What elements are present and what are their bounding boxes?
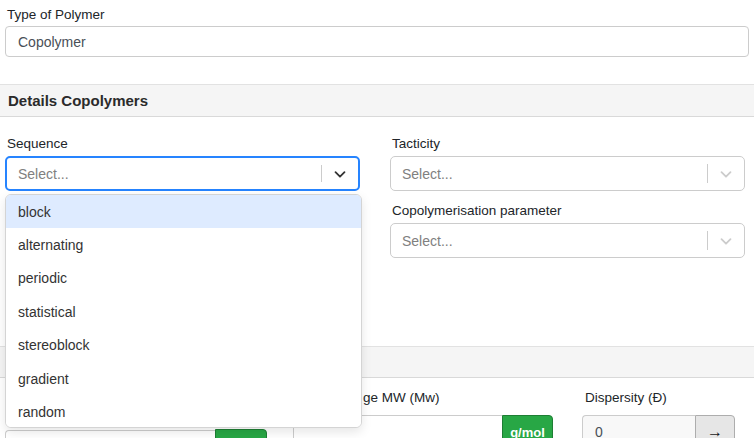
mn-value-input[interactable]	[5, 430, 215, 438]
dispersity-label: Dispersity (Đ)	[585, 390, 667, 406]
menu-option-random[interactable]: random	[6, 395, 361, 428]
menu-option-stereoblock[interactable]: stereoblock	[6, 329, 361, 362]
details-copolymers-section-header: Details Copolymers	[0, 84, 754, 117]
arrow-right-icon: →	[707, 423, 723, 438]
copolymerisation-parameter-select[interactable]: Select...	[390, 223, 745, 258]
chevron-down-icon[interactable]	[708, 232, 744, 250]
menu-option-statistical[interactable]: statistical	[6, 295, 361, 328]
type-of-polymer-input[interactable]	[5, 26, 749, 57]
average-mw-label: ge MW (Mw)	[363, 390, 440, 406]
mw-unit-button[interactable]: g/mol	[502, 415, 553, 438]
chevron-down-icon[interactable]	[708, 165, 744, 183]
chevron-down-icon[interactable]	[322, 165, 358, 183]
menu-option-alternating[interactable]: alternating	[6, 228, 361, 261]
polymer-form: Type of Polymer Details Copolymers Seque…	[0, 0, 754, 438]
copolymerisation-parameter-select-placeholder: Select...	[391, 233, 707, 249]
tacticity-label: Tacticity	[392, 136, 440, 152]
sequence-label: Sequence	[7, 136, 68, 152]
menu-option-periodic[interactable]: periodic	[6, 262, 361, 295]
sequence-select[interactable]: Select...	[5, 156, 360, 191]
submit-arrow-button[interactable]: →	[695, 415, 735, 438]
tacticity-select[interactable]: Select...	[390, 156, 745, 191]
dispersity-input[interactable]	[582, 415, 695, 438]
tacticity-select-placeholder: Select...	[391, 166, 707, 182]
sequence-dropdown-menu: block alternating periodic statistical s…	[5, 194, 362, 428]
section-title: Details Copolymers	[8, 92, 148, 109]
copolymerisation-parameter-label: Copolymerisation parameter	[392, 203, 562, 219]
type-of-polymer-label: Type of Polymer	[7, 7, 105, 23]
mn-unit-button[interactable]: g/mol	[215, 429, 267, 438]
menu-option-gradient[interactable]: gradient	[6, 362, 361, 395]
sequence-select-placeholder: Select...	[7, 166, 321, 182]
menu-option-block[interactable]: block	[6, 195, 361, 228]
